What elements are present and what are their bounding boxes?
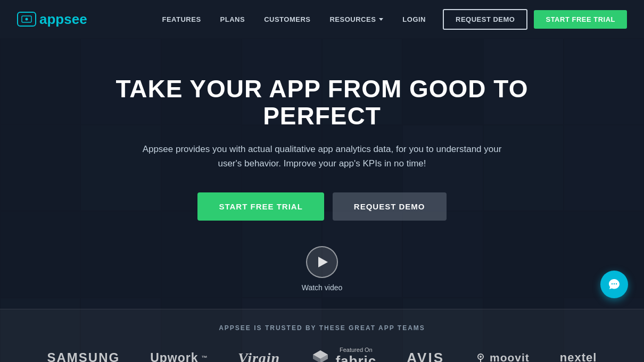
- nav-resources[interactable]: RESOURCES: [329, 15, 383, 23]
- fabric-icon: [311, 348, 330, 362]
- play-icon: [318, 257, 328, 267]
- logo-svg: [21, 15, 32, 23]
- upwork-logo: Upwork™: [150, 351, 208, 362]
- hero-buttons: START FREE TRIAL REQUEST DEMO: [197, 192, 446, 221]
- hero-section: TAKE YOUR APP FROM GOOD TO PERFECT Appse…: [0, 38, 644, 362]
- virgin-svg: Virgin: [238, 349, 280, 362]
- svg-point-1: [26, 18, 28, 21]
- nav-buttons: REQUEST DEMO START FREE TRIAL: [443, 9, 627, 30]
- start-trial-button-nav[interactable]: START FREE TRIAL: [534, 10, 627, 29]
- navbar: appsee FEATURES PLANS CUSTOMERS RESOURCE…: [0, 0, 644, 38]
- avis-logo: AVIS: [407, 350, 444, 362]
- nav-login[interactable]: LOGIN: [402, 15, 426, 23]
- logo-link[interactable]: appsee: [17, 11, 87, 28]
- hero-subtitle: Appsee provides you with actual qualitat…: [141, 142, 503, 171]
- hero-title: TAKE YOUR APP FROM GOOD TO PERFECT: [82, 75, 562, 129]
- nav-links: FEATURES PLANS CUSTOMERS RESOURCES LOGIN: [162, 14, 426, 24]
- logo-text: appsee: [39, 11, 87, 28]
- chat-icon: [607, 277, 621, 291]
- video-button[interactable]: Watch video: [302, 246, 343, 292]
- svg-point-11: [616, 283, 617, 284]
- fabric-logo: Featured On fabric: [311, 347, 376, 362]
- chat-bubble-button[interactable]: [600, 271, 628, 298]
- nav-features[interactable]: FEATURES: [162, 15, 201, 23]
- samsung-logo: SAMSUNG: [47, 350, 120, 362]
- svg-point-7: [480, 356, 482, 358]
- hero-content: TAKE YOUR APP FROM GOOD TO PERFECT Appse…: [82, 38, 562, 292]
- moovit-icon: [475, 352, 486, 362]
- virgin-logo: Virgin: [238, 349, 280, 362]
- svg-point-10: [614, 283, 615, 284]
- chevron-down-icon: [379, 18, 383, 21]
- trusted-label: APPSEE IS TRUSTED BY THESE GREAT APP TEA…: [32, 324, 612, 332]
- video-label: Watch video: [302, 283, 343, 292]
- request-demo-button-nav[interactable]: REQUEST DEMO: [443, 9, 527, 30]
- nav-plans[interactable]: PLANS: [220, 15, 245, 23]
- logo-icon: [17, 12, 36, 27]
- moovit-logo: moovit: [475, 351, 530, 362]
- fabric-featured-on: Featured On: [340, 347, 373, 353]
- svg-text:Virgin: Virgin: [238, 350, 280, 362]
- play-button-circle[interactable]: [306, 246, 338, 278]
- nav-customers[interactable]: CUSTOMERS: [264, 15, 310, 23]
- svg-point-9: [612, 283, 613, 284]
- trusted-logos: SAMSUNG Upwork™ Virgin: [32, 347, 612, 362]
- nextel-logo: nextel: [560, 351, 597, 362]
- trusted-section: APPSEE IS TRUSTED BY THESE GREAT APP TEA…: [0, 309, 644, 362]
- start-trial-button-hero[interactable]: START FREE TRIAL: [197, 192, 324, 221]
- fabric-text: fabric: [335, 353, 376, 362]
- request-demo-button-hero[interactable]: REQUEST DEMO: [333, 192, 447, 221]
